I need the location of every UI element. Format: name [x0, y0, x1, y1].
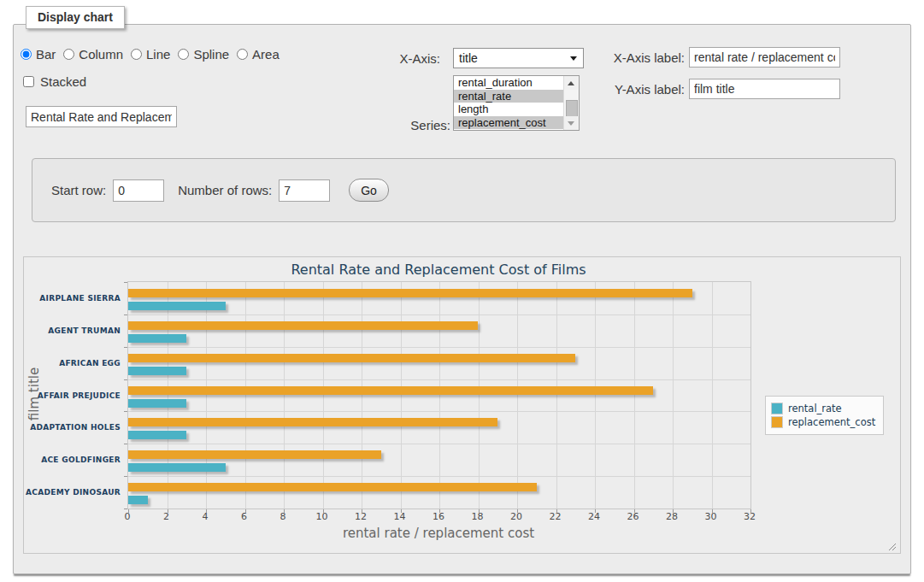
x-tick-label: 26	[627, 511, 639, 522]
x-tick-label: 24	[588, 511, 600, 522]
chart-type-radio-group: Bar Column Line Spline Area	[21, 47, 287, 62]
listbox-scrollbar[interactable]	[563, 76, 579, 130]
chart-bar-replacement_cost	[128, 289, 692, 297]
chart-title-input[interactable]	[26, 106, 177, 127]
chart-bar-rental_rate	[128, 496, 148, 504]
y-tick-mark	[124, 315, 127, 315]
x-axis-label-input[interactable]	[689, 47, 840, 68]
radio-spline-input[interactable]	[178, 49, 189, 60]
page: Display chart Bar Column Line Spline Are…	[0, 0, 924, 582]
gridline-vertical	[556, 282, 557, 509]
series-option-rental-rate[interactable]: rental_rate	[454, 90, 579, 103]
gridline-vertical	[323, 282, 324, 509]
stacked-label: Stacked	[40, 74, 86, 89]
series-option-length[interactable]: length	[454, 103, 579, 116]
y-axis-label-input[interactable]	[689, 79, 840, 99]
x-axis-label-label: X-Axis label:	[611, 50, 685, 65]
x-tick-label: 4	[203, 511, 209, 522]
series-listbox-label: Series:	[389, 118, 450, 132]
y-tick-mark	[124, 411, 127, 412]
scroll-down-button[interactable]	[564, 116, 578, 130]
chart-bar-rental_rate	[128, 302, 226, 310]
legend-entry-replacement-cost: replacement_cost	[771, 416, 875, 428]
radio-spline-label: Spline	[193, 47, 229, 62]
chart-bar-rental_rate	[128, 463, 226, 472]
x-tick-label: 8	[280, 511, 286, 522]
legend-label-rental-rate: rental_rate	[788, 403, 842, 414]
chart-type-radio-column[interactable]: Column	[63, 47, 123, 62]
y-tick-mark	[124, 282, 127, 283]
category-label: ACE GOLDFINGER	[41, 456, 121, 464]
gridline-vertical	[479, 282, 480, 509]
chart-bar-replacement_cost	[128, 418, 497, 426]
x-tick-label: 16	[433, 511, 444, 522]
category-label: AGENT TRUMAN	[48, 326, 121, 335]
x-tick-label: 22	[550, 511, 562, 522]
y-tick-mark	[124, 347, 127, 348]
chart-type-radio-spline[interactable]: Spline	[178, 47, 229, 62]
x-axis-select-value: title	[459, 51, 478, 65]
y-axis-title: film title	[26, 367, 42, 420]
radio-column-label: Column	[79, 47, 123, 62]
gridline-horizontal	[128, 476, 750, 477]
category-label: AFRICAN EGG	[59, 359, 121, 367]
x-tick-label: 0	[125, 511, 131, 522]
radio-bar-input[interactable]	[21, 49, 32, 60]
y-tick-mark	[124, 379, 127, 380]
x-tick-label: 20	[510, 511, 522, 522]
x-tick-label: 12	[355, 511, 367, 522]
chart-bar-replacement_cost	[128, 450, 381, 459]
x-tick-label: 2	[163, 511, 169, 522]
gridline-vertical	[245, 282, 246, 509]
y-tick-mark	[124, 476, 127, 477]
chart-bar-replacement_cost	[128, 483, 537, 491]
chart-type-radio-line[interactable]: Line	[131, 47, 170, 62]
gridline-vertical	[595, 282, 596, 509]
scroll-up-button[interactable]	[564, 76, 578, 90]
radio-line-input[interactable]	[131, 49, 142, 60]
stacked-checkbox[interactable]: Stacked	[23, 74, 86, 89]
num-rows-input[interactable]	[279, 179, 330, 202]
stacked-checkbox-input[interactable]	[23, 76, 34, 87]
gridline-horizontal	[128, 411, 750, 412]
arrow-down-icon	[568, 121, 574, 126]
x-axis-select-label: X-Axis:	[376, 51, 440, 66]
chart-type-radio-area[interactable]: Area	[237, 47, 280, 62]
legend-swatch-replacement-cost	[771, 416, 783, 428]
gridline-vertical	[673, 282, 674, 509]
chart-panel: Rental Rate and Replacement Cost of Film…	[23, 256, 901, 554]
resize-grip-icon[interactable]	[887, 542, 897, 551]
gridline-vertical	[284, 282, 285, 509]
gridline-vertical	[206, 282, 207, 509]
chevron-down-icon	[570, 56, 577, 61]
category-label: AIRPLANE SIERRA	[39, 294, 121, 303]
chart-type-radio-bar[interactable]: Bar	[21, 47, 56, 62]
gridline-horizontal	[128, 444, 750, 444]
series-listbox[interactable]: rental_duration rental_rate length repla…	[453, 75, 580, 131]
start-row-label: Start row:	[51, 183, 106, 197]
gridline-vertical	[517, 282, 518, 509]
x-axis-select[interactable]: title	[453, 48, 584, 68]
start-row-input[interactable]	[113, 179, 164, 202]
category-label: ACADEMY DINOSAUR	[26, 488, 121, 497]
series-option-replacement-cost[interactable]: replacement_cost	[454, 116, 579, 130]
arrow-up-icon	[568, 81, 574, 85]
chart-bar-rental_rate	[128, 399, 186, 408]
category-label: ADAPTATION HOLES	[30, 423, 121, 432]
category-label: AFFAIR PREJUDICE	[38, 391, 121, 400]
x-tick-label: 30	[705, 511, 717, 522]
radio-column-input[interactable]	[63, 49, 74, 60]
gridline-vertical	[401, 282, 402, 509]
go-button[interactable]: Go	[349, 179, 389, 202]
x-tick-label: 14	[394, 511, 406, 522]
radio-area-input[interactable]	[237, 49, 248, 60]
gridline-vertical	[634, 282, 635, 509]
gridline-horizontal	[128, 315, 750, 315]
chart-bar-replacement_cost	[128, 354, 575, 362]
x-axis-ticks: 02468101214161820222426283032	[127, 511, 750, 523]
x-tick-label: 6	[241, 511, 247, 522]
x-tick-label: 32	[744, 511, 756, 522]
radio-line-label: Line	[146, 47, 170, 62]
gridline-vertical	[362, 282, 362, 509]
series-option-rental-duration[interactable]: rental_duration	[454, 76, 579, 90]
